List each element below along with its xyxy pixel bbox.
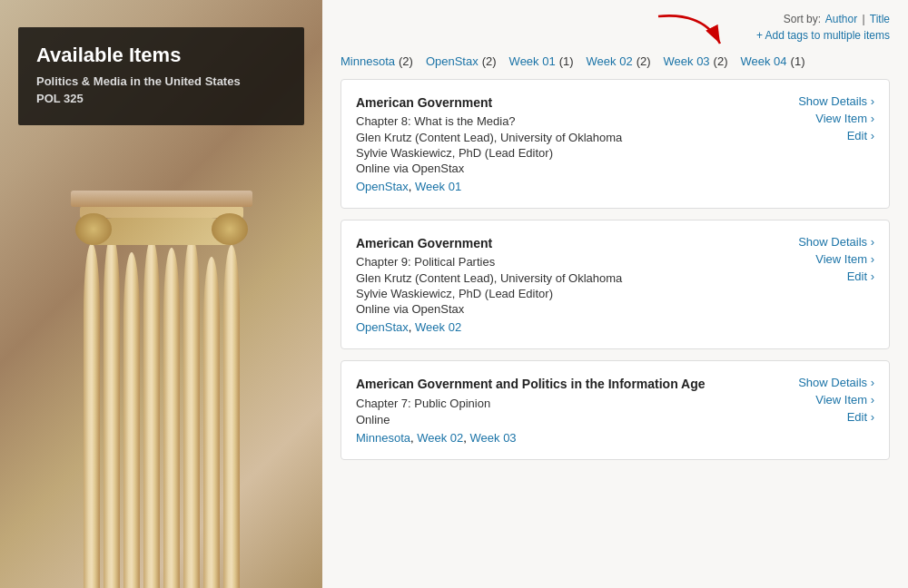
tag-sep: , [463, 431, 469, 445]
sort-author-link[interactable]: Author [825, 13, 857, 25]
tag-link-openstax[interactable]: OpenStax [426, 54, 479, 68]
sort-label: Sort by: [784, 13, 821, 25]
title-overlay: Available Items Politics & Media in the … [18, 27, 304, 125]
item-title: American Government and Politics in the … [356, 376, 775, 392]
item-author: Glen Krutz (Content Lead), University of… [356, 131, 775, 144]
item-tag-link[interactable]: OpenStax [356, 320, 409, 334]
item-tags: OpenStax, Week 02 [356, 320, 775, 334]
item-info: American GovernmentChapter 8: What is th… [356, 94, 775, 193]
item-tags: OpenStax, Week 01 [356, 180, 775, 193]
item-card: American Government and Politics in the … [340, 360, 890, 459]
item-editor: Sylvie Waskiewicz, PhD (Lead Editor) [356, 146, 775, 160]
sort-section: Sort by: Author | Title + Add tags to mu… [756, 13, 890, 42]
item-platform: Online [356, 413, 775, 426]
item-actions: Show Details ›View Item ›Edit › [775, 94, 874, 193]
left-panel: Available Items Politics & Media in the … [0, 0, 322, 588]
tags-section: Minnesota (2) OpenStax (2) Week 01 (1) W… [322, 49, 908, 79]
sort-separator: | [863, 13, 865, 25]
edit-link[interactable]: Edit › [847, 270, 874, 283]
tag-link-week-01[interactable]: Week 01 [509, 54, 556, 68]
tag-count: (2) [399, 54, 413, 68]
view-item-link[interactable]: View Item › [815, 112, 874, 125]
item-platform: Online via OpenStax [356, 162, 775, 175]
right-panel: Sort by: Author | Title + Add tags to mu… [322, 0, 908, 588]
item-tag-link[interactable]: Minnesota [356, 431, 410, 445]
item-tag-link[interactable]: Week 02 [417, 431, 463, 445]
item-info: American GovernmentChapter 9: Political … [356, 235, 775, 334]
tag-sep: , [409, 320, 415, 334]
item-info: American Government and Politics in the … [356, 376, 775, 444]
item-tag-link[interactable]: OpenStax [356, 180, 409, 193]
sort-title-link[interactable]: Title [870, 13, 890, 25]
tag-count: (2) [482, 54, 497, 68]
item-tag-link[interactable]: Week 01 [415, 180, 461, 193]
item-tag-link[interactable]: Week 03 [470, 431, 517, 445]
item-subtitle: Chapter 9: Political Parties [356, 255, 775, 269]
course-subtitle: Politics & Media in the United States [36, 74, 286, 88]
item-actions: Show Details ›View Item ›Edit › [775, 376, 874, 444]
show-details-link[interactable]: Show Details › [798, 94, 874, 108]
course-code: POL 325 [36, 92, 286, 105]
show-details-link[interactable]: Show Details › [798, 376, 874, 389]
item-card: American GovernmentChapter 9: Political … [340, 220, 890, 349]
item-tags: Minnesota, Week 02, Week 03 [356, 431, 775, 445]
item-title: American Government [356, 235, 775, 251]
tag-count: (1) [791, 54, 805, 68]
top-bar: Sort by: Author | Title + Add tags to mu… [322, 0, 908, 49]
tag-sep: , [409, 180, 415, 193]
tag-link-week-04[interactable]: Week 04 [741, 54, 787, 68]
view-item-link[interactable]: View Item › [815, 393, 874, 407]
item-card: American GovernmentChapter 8: What is th… [340, 79, 890, 209]
item-title: American Government [356, 94, 775, 111]
tag-link-minnesota[interactable]: Minnesota [340, 54, 395, 68]
tag-link-week-02[interactable]: Week 02 [587, 54, 633, 68]
add-tags-link[interactable]: + Add tags to multiple items [756, 29, 890, 42]
edit-link[interactable]: Edit › [847, 410, 874, 424]
item-subtitle: Chapter 7: Public Opinion [356, 397, 775, 410]
view-item-link[interactable]: View Item › [815, 252, 874, 266]
item-actions: Show Details ›View Item ›Edit › [775, 235, 874, 334]
item-author: Glen Krutz (Content Lead), University of… [356, 271, 775, 285]
show-details-link[interactable]: Show Details › [798, 235, 874, 249]
item-platform: Online via OpenStax [356, 302, 775, 316]
item-tag-link[interactable]: Week 02 [415, 320, 461, 334]
edit-link[interactable]: Edit › [847, 129, 874, 142]
item-editor: Sylvie Waskiewicz, PhD (Lead Editor) [356, 287, 775, 300]
annotation-arrow [649, 7, 731, 57]
items-container: American GovernmentChapter 8: What is th… [322, 79, 908, 478]
page-title: Available Items [36, 44, 286, 67]
item-subtitle: Chapter 8: What is the Media? [356, 114, 775, 128]
tag-count: (1) [559, 54, 574, 68]
sort-line: Sort by: Author | Title [756, 13, 890, 25]
